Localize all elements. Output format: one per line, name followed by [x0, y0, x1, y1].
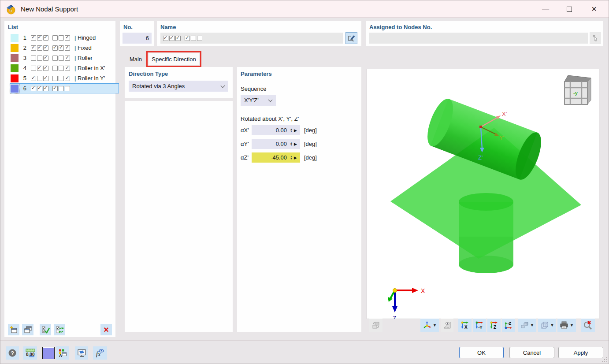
color-swatch-button[interactable]: [42, 347, 55, 359]
list-item[interactable]: 2| Fixed: [10, 43, 119, 53]
alpha-z-unit: [deg]: [304, 154, 317, 161]
rotated-about-label: Rotated about X', Y', Z': [241, 115, 299, 122]
minimize-button[interactable]: —: [535, 0, 556, 18]
units-ruler-icon: 0,00: [25, 348, 36, 358]
spinner-arrows[interactable]: ▲▼: [289, 156, 294, 160]
alpha-y-field[interactable]: 0.00 ▲▼ ▶: [252, 139, 300, 149]
alpha-z-field[interactable]: -45.00 ▲▼ ▶: [252, 152, 300, 163]
name-label: Name: [160, 24, 176, 30]
svg-text:0,00: 0,00: [26, 352, 35, 357]
view-in-z-button[interactable]: Z: [487, 319, 501, 332]
isometric-view-button[interactable]: ▼: [420, 319, 439, 332]
delete-item-button[interactable]: ×: [100, 324, 112, 335]
list-panel: List 1| Hinged2| Fixed3| Roller4| Roller…: [4, 21, 115, 337]
item-number: 2: [19, 45, 26, 51]
solid-model-button[interactable]: ▼: [518, 319, 536, 332]
svg-text:X: X: [464, 325, 468, 330]
units-settings-button[interactable]: 0,00: [23, 346, 37, 360]
list-header: List: [8, 24, 18, 30]
list-item[interactable]: 1| Hinged: [10, 33, 119, 43]
color-swatch: [11, 64, 19, 72]
svg-text:fx: fx: [96, 351, 101, 357]
item-number: 5: [19, 75, 26, 82]
list-item[interactable]: 3| Roller: [10, 53, 119, 63]
tab-main[interactable]: Main: [125, 53, 147, 65]
apply-checked-button[interactable]: [40, 324, 51, 335]
item-name: | Roller in X': [74, 65, 105, 71]
swap-views-icon: [371, 321, 380, 330]
name-field[interactable]: [160, 33, 343, 44]
svg-text:?: ?: [11, 350, 14, 357]
item-name: | Hinged: [74, 34, 96, 41]
dof-checkbox-pattern: [31, 35, 71, 41]
app-icon: 6: [6, 4, 16, 15]
copy-windows-icon: [24, 326, 32, 334]
help-button[interactable]: ?: [6, 346, 19, 360]
spinner-arrows[interactable]: ▲▼: [289, 142, 294, 146]
color-swatch: [11, 54, 19, 62]
list-item[interactable]: 6: [10, 83, 119, 93]
sequence-value: X'Y'Z': [244, 97, 259, 104]
item-name: | Roller: [74, 55, 93, 61]
alpha-x-field[interactable]: 0.00 ▲▼ ▶: [252, 125, 300, 135]
spinner-arrows[interactable]: ▲▼: [289, 128, 294, 133]
3d-viewport[interactable]: X' Y' Z' X Z: [367, 69, 599, 319]
name-checkbox-pattern: [163, 36, 203, 41]
svg-text:Z': Z': [478, 154, 483, 161]
no-field[interactable]: 6: [123, 33, 152, 44]
direction-type-select[interactable]: Rotated via 3 Angles: [129, 81, 228, 92]
dropdown-arrow-icon: ▼: [550, 323, 554, 327]
view-in-neg-y-button[interactable]: -Y: [473, 319, 486, 332]
view-angle-button[interactable]: [441, 319, 453, 332]
item-name: | Roller in Y': [74, 75, 105, 82]
no-label: No.: [123, 24, 133, 30]
new-item-button[interactable]: [8, 324, 19, 335]
tab-specific-direction[interactable]: Specific Direction: [149, 53, 199, 65]
maximize-icon: [567, 7, 572, 12]
alpha-y-unit: [deg]: [304, 141, 317, 147]
copy-item-button[interactable]: [22, 324, 33, 335]
chevron-down-icon: [268, 98, 273, 102]
alpha-x-unit: [deg]: [304, 127, 317, 134]
cancel-zoom-button[interactable]: [581, 319, 595, 332]
assigned-field[interactable]: [369, 33, 588, 44]
cancel-button[interactable]: Cancel: [509, 347, 554, 358]
chevron-down-icon: [221, 84, 225, 88]
edit-name-button[interactable]: [345, 32, 357, 44]
sequence-select[interactable]: X'Y'Z': [241, 95, 276, 106]
close-button[interactable]: ×: [584, 0, 604, 18]
resize-grip[interactable]: [602, 357, 607, 362]
dropdown-arrow-icon: ▼: [433, 323, 437, 327]
formula-display-button[interactable]: fx: [93, 346, 107, 360]
footer-divider: [0, 340, 609, 341]
maximize-button[interactable]: [559, 0, 579, 18]
list-item[interactable]: 5| Roller in Y': [10, 73, 119, 83]
svg-text:6: 6: [9, 7, 12, 14]
print-button[interactable]: ▼: [557, 319, 576, 332]
isometric-axes-icon: [423, 321, 431, 330]
ok-button[interactable]: OK: [459, 347, 504, 358]
swap-view-button[interactable]: [369, 319, 382, 332]
svg-text:Y': Y': [499, 135, 504, 141]
list-item[interactable]: 4| Roller in X': [10, 63, 119, 73]
expand-arrow-icon[interactable]: ▶: [294, 128, 300, 133]
alpha-z-value: -45.00: [252, 154, 289, 161]
fx-eye-icon: fx: [95, 348, 105, 358]
wireframe-cube-icon: [540, 321, 549, 330]
wireframe-model-button[interactable]: ▼: [538, 319, 556, 332]
svg-text:-Z: -Z: [508, 321, 512, 326]
apply-button[interactable]: Apply: [558, 347, 603, 358]
expand-arrow-icon[interactable]: ▶: [294, 156, 300, 160]
item-number: 3: [19, 55, 26, 61]
sync-checked-button[interactable]: [54, 324, 65, 335]
rendering-button[interactable]: [75, 346, 88, 360]
view-in-x-button[interactable]: X: [458, 319, 472, 332]
dropdown-arrow-icon: ▼: [570, 323, 574, 327]
view-in-neg-z-button[interactable]: -Z: [502, 319, 515, 332]
expand-arrow-icon[interactable]: ▶: [294, 142, 300, 146]
pick-nodes-button[interactable]: [590, 32, 601, 44]
printer-icon: [560, 321, 568, 330]
display-settings-button[interactable]: A: [56, 346, 69, 360]
delete-icon: ×: [104, 325, 109, 334]
navigation-cube[interactable]: -y: [564, 75, 591, 104]
